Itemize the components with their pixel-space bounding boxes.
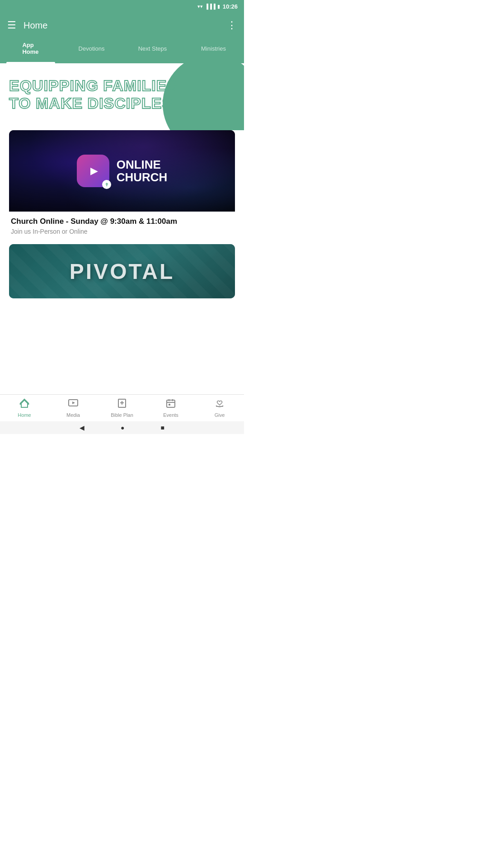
recent-button[interactable]: ■: [161, 424, 164, 431]
home-button[interactable]: ●: [121, 424, 124, 431]
tab-devotions[interactable]: Devotions: [61, 38, 122, 63]
more-options-icon[interactable]: ⋮: [227, 19, 237, 31]
app-bar-title: Home: [23, 20, 227, 31]
nav-give[interactable]: Give: [195, 398, 244, 418]
bottom-nav: Home Media Bible Plan: [0, 394, 244, 421]
nav-home[interactable]: Home: [0, 398, 49, 418]
online-church-subtitle: Join us In-Person or Online: [11, 228, 233, 235]
back-button[interactable]: ◀: [80, 424, 84, 431]
media-icon: [68, 398, 79, 411]
nav-media[interactable]: Media: [49, 398, 98, 418]
online-church-banner: ✝ ONLINECHURCH: [9, 130, 235, 212]
nav-events[interactable]: Events: [146, 398, 195, 418]
main-content: EQUIPPING FAMILIES TO MAKE DISCIPLES ✝ O…: [0, 63, 244, 394]
hero-text: EQUIPPING FAMILIES TO MAKE DISCIPLES: [9, 77, 235, 112]
tab-ministries-label: Ministries: [201, 45, 226, 52]
tab-app-home-label: AppHome: [22, 42, 38, 55]
app-bar: ☰ Home ⋮: [0, 13, 244, 38]
home-icon: [19, 398, 30, 411]
cross-badge: ✝: [102, 180, 111, 189]
tab-next-steps[interactable]: Next Steps: [122, 38, 183, 63]
nav-media-label: Media: [66, 412, 80, 418]
system-nav-bar: ◀ ● ■: [0, 421, 244, 434]
pivotal-text: PIVOTAL: [70, 259, 174, 284]
online-church-title: Church Online - Sunday @ 9:30am & 11:00a…: [11, 217, 233, 226]
online-church-content: ✝ ONLINECHURCH: [77, 155, 168, 187]
bible-plan-icon: [117, 398, 127, 411]
events-icon: [165, 398, 176, 411]
svg-rect-5: [167, 400, 175, 407]
hero-line1: EQUIPPING FAMILIES: [9, 77, 178, 94]
nav-bible-plan[interactable]: Bible Plan: [98, 398, 146, 418]
hero-line2: TO MAKE DISCIPLES: [9, 94, 173, 112]
hero-banner: EQUIPPING FAMILIES TO MAKE DISCIPLES: [0, 63, 244, 130]
tab-app-home[interactable]: AppHome: [0, 38, 61, 63]
wifi-icon: ▾▾: [197, 4, 203, 9]
tab-ministries[interactable]: Ministries: [183, 38, 244, 63]
nav-give-label: Give: [215, 412, 225, 418]
tab-next-steps-label: Next Steps: [138, 45, 167, 52]
status-time: 10:26: [223, 3, 238, 10]
give-icon: [214, 398, 225, 411]
tab-bar: AppHome Devotions Next Steps Ministries: [0, 38, 244, 63]
menu-icon[interactable]: ☰: [7, 19, 16, 31]
online-church-card-body: Church Online - Sunday @ 9:30am & 11:00a…: [9, 212, 235, 237]
battery-icon: ▮: [217, 4, 220, 9]
nav-events-label: Events: [163, 412, 178, 418]
pivotal-banner[interactable]: PIVOTAL: [9, 244, 235, 298]
status-icons: ▾▾ ▐▐▐ ▮: [197, 4, 220, 9]
svg-marker-1: [72, 401, 75, 404]
online-church-label: ONLINECHURCH: [117, 158, 168, 184]
nav-home-label: Home: [18, 412, 31, 418]
nav-bible-plan-label: Bible Plan: [111, 412, 133, 418]
play-icon-box: ✝: [77, 155, 109, 187]
signal-icon: ▐▐▐: [205, 4, 215, 9]
online-church-card[interactable]: ✝ ONLINECHURCH Church Online - Sunday @ …: [9, 130, 235, 237]
tab-devotions-label: Devotions: [79, 45, 105, 52]
svg-rect-9: [169, 404, 170, 406]
status-bar: ▾▾ ▐▐▐ ▮ 10:26: [0, 0, 244, 13]
